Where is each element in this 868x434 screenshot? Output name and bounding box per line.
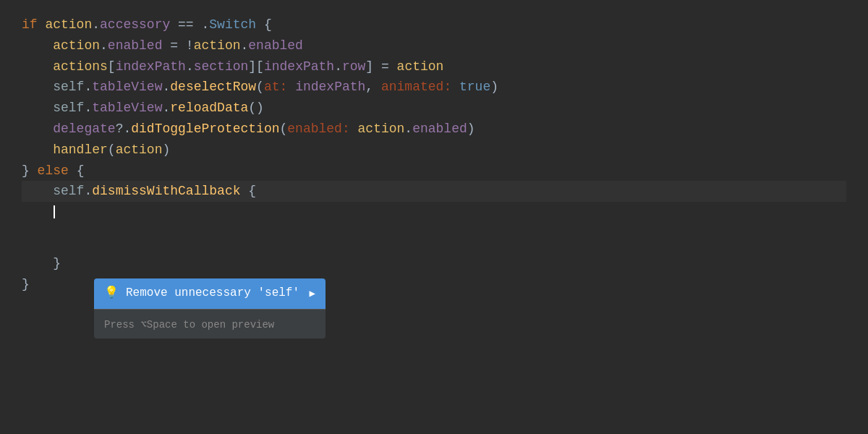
code-line-3: actions[indexPath.section][indexPath.row… xyxy=(22,56,846,77)
suggestion-item[interactable]: 💡 Remove unnecessary 'self' ▶ xyxy=(94,278,326,309)
token: actions xyxy=(53,59,108,74)
code-line-1: if action.accessory == .Switch { xyxy=(22,14,846,35)
token: . xyxy=(100,38,108,53)
token: accessory xyxy=(100,17,170,32)
token: action xyxy=(194,38,241,53)
token: action xyxy=(45,17,92,32)
text-cursor xyxy=(54,205,55,218)
token: } xyxy=(22,277,30,292)
suggestion-text: Remove unnecessary 'self' xyxy=(126,284,302,303)
token: == xyxy=(170,17,201,32)
token: () xyxy=(248,101,264,115)
token: section xyxy=(194,59,249,74)
lightbulb-icon: 💡 xyxy=(104,284,119,303)
code-line-10 xyxy=(22,202,846,223)
token: self xyxy=(53,80,84,94)
token: tableView xyxy=(92,101,162,115)
token: didToggleProtection xyxy=(131,122,279,136)
token xyxy=(22,142,53,157)
token: action xyxy=(53,38,100,53)
token: . xyxy=(404,122,412,136)
token: deselectRow xyxy=(170,80,256,94)
token: ?. xyxy=(116,122,132,136)
code-line-6: delegate?.didToggleProtection(enabled: a… xyxy=(22,119,846,140)
token: ] = xyxy=(365,59,396,74)
token: true xyxy=(459,80,490,94)
token: { xyxy=(69,163,85,178)
token xyxy=(22,38,53,53)
token: . xyxy=(186,59,194,74)
code-editor: if action.accessory == .Switch { action.… xyxy=(0,0,868,434)
token xyxy=(22,59,53,74)
token: tableView xyxy=(92,80,162,94)
code-line-2: action.enabled = !action.enabled xyxy=(22,35,846,56)
token: indexPath xyxy=(116,59,186,74)
token xyxy=(22,101,53,115)
token: self xyxy=(53,184,84,198)
token: , xyxy=(365,80,381,94)
token: . xyxy=(84,101,92,115)
token xyxy=(22,184,53,198)
token: ( xyxy=(108,142,116,157)
token: } xyxy=(22,256,61,271)
token: ) xyxy=(490,80,498,94)
code-line-5: self.tableView.reloadData() xyxy=(22,98,846,119)
token xyxy=(22,80,53,94)
token: indexPath xyxy=(264,59,334,74)
token: animated: xyxy=(381,80,451,94)
code-line-8: } else { xyxy=(22,161,846,182)
token: ) xyxy=(162,142,170,157)
suggestion-popup[interactable]: 💡 Remove unnecessary 'self' ▶ Press ⌥Spa… xyxy=(94,278,326,339)
code-line-9: self.dismissWithCallback { xyxy=(22,181,846,202)
token: . xyxy=(84,80,92,94)
token xyxy=(22,205,53,219)
code-line-7: handler(action) xyxy=(22,140,846,161)
token: { xyxy=(256,17,272,32)
token: . xyxy=(162,101,170,115)
token: . xyxy=(92,17,100,32)
token: action xyxy=(116,142,163,157)
expand-arrow-icon: ▶ xyxy=(310,286,315,302)
token: enabled xyxy=(412,122,467,136)
token: reloadData xyxy=(170,101,248,115)
token: delegate xyxy=(53,122,115,136)
token: indexPath xyxy=(287,80,365,94)
token: ) xyxy=(467,122,475,136)
token: = ! xyxy=(162,38,193,53)
token: self xyxy=(53,101,84,115)
token: . xyxy=(162,80,170,94)
suggestion-hint: Press ⌥Space to open preview xyxy=(94,309,326,339)
token: enabled: xyxy=(287,122,349,136)
token: . xyxy=(334,59,342,74)
token: . xyxy=(84,184,92,198)
token: else xyxy=(38,163,69,178)
token: ][ xyxy=(248,59,264,74)
token: { xyxy=(240,184,256,198)
token: at: xyxy=(264,80,287,94)
token: } xyxy=(22,163,38,178)
code-line-11: } xyxy=(22,223,846,274)
code-line-4: self.tableView.deselectRow(at: indexPath… xyxy=(22,77,846,98)
token: enabled xyxy=(108,38,163,53)
token: dismissWithCallback xyxy=(92,184,240,198)
token: handler xyxy=(53,142,108,157)
token: Switch xyxy=(209,17,256,32)
token: [ xyxy=(108,59,116,74)
token: ( xyxy=(256,80,264,94)
token: if xyxy=(22,17,45,32)
token: action xyxy=(397,59,444,74)
token: enabled xyxy=(248,38,303,53)
token: row xyxy=(342,59,365,74)
token: ( xyxy=(279,122,287,136)
token: action xyxy=(358,122,405,136)
token xyxy=(451,80,459,94)
hint-text: Press ⌥Space to open preview xyxy=(104,319,274,331)
token xyxy=(350,122,358,136)
token: . xyxy=(241,38,249,53)
token xyxy=(22,122,53,136)
token: . xyxy=(201,17,209,32)
